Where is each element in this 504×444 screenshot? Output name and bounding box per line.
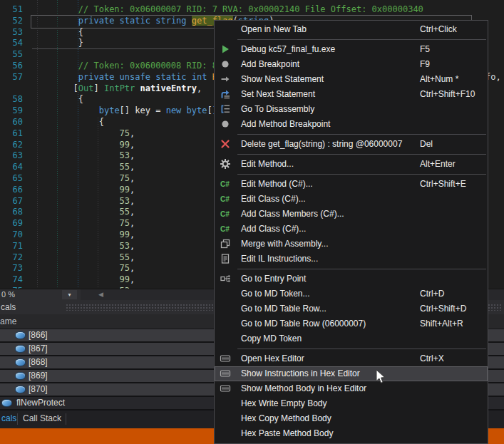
menu-item-copy-md-token[interactable]: Copy MD Token [215, 331, 488, 346]
menu-item-edit-il-instructions[interactable]: Edit IL Instructions... [215, 252, 488, 267]
scroll-left-arrow-icon[interactable]: ◀ [98, 291, 103, 298]
tab-divider [66, 413, 66, 425]
code-text: 53, [37, 286, 135, 289]
menu-separator [237, 349, 486, 349]
menu-item-open-in-new-tab[interactable]: Open in New TabCtrl+Click [215, 22, 488, 37]
code-text: } [37, 38, 83, 49]
line-number: 51 [0, 4, 23, 16]
menu-item-shortcut: Ctrl+Click [420, 22, 457, 37]
menu-item-shortcut: Ctrl+Shift+D [420, 301, 466, 316]
menu-item-edit-method[interactable]: Edit Method...Alt+Enter [215, 157, 488, 172]
menu-separator [237, 154, 486, 155]
blank-icon [220, 24, 231, 35]
line-number: 53 [0, 27, 23, 38]
menu-item-label: Add Method Breakpoint [241, 117, 330, 132]
menu-item-shortcut: F5 [420, 42, 430, 57]
code-text: { [37, 117, 104, 128]
menu-item-label: Edit IL Instructions... [241, 252, 318, 267]
code-text: { [37, 27, 83, 38]
zoom-level-value: 0 % [1, 290, 15, 299]
code-text: 75, [37, 218, 135, 229]
menu-item-label: Edit Method... [241, 157, 294, 172]
menu-item-label: Go To Disassembly [241, 102, 314, 117]
variable-name: [870] [29, 383, 48, 396]
menu-item-show-method-body-in-hex-editor[interactable]: Show Method Body in Hex Editor [215, 381, 488, 396]
menu-item-shortcut: Ctrl+Shift+F10 [420, 87, 475, 102]
blank-icon [220, 288, 231, 299]
menu-item-shortcut: Alt+Enter [420, 157, 456, 172]
line-number: 61 [0, 128, 23, 140]
code-text: { [37, 94, 83, 105]
blank-icon [220, 428, 231, 439]
tab-call-stack[interactable]: Call Stack [23, 413, 61, 423]
menu-item-shortcut: Alt+Num * [420, 72, 458, 87]
code-text: byte[] key = new byte[] [37, 105, 217, 117]
menu-item-edit-method-c[interactable]: C#Edit Method (C#)...Ctrl+Shift+E [215, 177, 488, 192]
menu-item-label: Add Class (C#)... [241, 222, 306, 237]
code-text: 53, [37, 196, 135, 207]
menu-item-go-to-md-table-row-06000007[interactable]: Go to MD Table Row (06000007)Shift+Alt+R [215, 316, 488, 331]
svg-text:C#: C# [220, 195, 230, 203]
code-text: // Token: 0x06000007 RID: 7 RVA: 0x00002… [37, 4, 423, 16]
variable-icon [16, 373, 25, 379]
line-number: 57 [0, 72, 23, 83]
variable-icon [16, 332, 25, 339]
tab-locals[interactable]: cals [1, 413, 16, 423]
line-number: 64 [0, 162, 23, 173]
menu-item-shortcut: Ctrl+D [420, 286, 444, 301]
menu-item-show-instructions-in-hex-editor[interactable]: Show Instructions in Hex Editor [215, 366, 488, 381]
code-text: 99, [37, 229, 135, 241]
variable-name: [868] [29, 356, 48, 368]
code-text: // Token: 0x06000008 RID: 8 [37, 61, 217, 72]
menu-item-edit-class-c[interactable]: C#Edit Class (C#)... [215, 192, 488, 207]
variable-name: [869] [29, 370, 48, 382]
menu-item-debug-kc57-final-fu-exe[interactable]: Debug kc57_final_fu.exeF5 [215, 42, 488, 57]
arrow-right-icon [220, 73, 231, 85]
menu-item-add-method-breakpoint[interactable]: Add Method Breakpoint [215, 117, 488, 132]
menu-item-merge-with-assembly[interactable]: Merge with Assembly... [215, 237, 488, 252]
menu-item-add-class-members-c[interactable]: C#Add Class Members (C#)... [215, 207, 488, 222]
line-number: 55 [0, 49, 23, 61]
menu-item-add-breakpoint[interactable]: Add BreakpointF9 [215, 57, 488, 72]
menu-item-go-to-disassembly[interactable]: Go To Disassembly [215, 102, 488, 117]
menu-item-label: Hex Write Empty Body [241, 396, 326, 411]
menu-item-shortcut: Shift+Alt+R [420, 316, 463, 331]
menu-item-open-hex-editor[interactable]: Open Hex EditorCtrl+X [215, 351, 488, 366]
menu-item-delete-get-flag-string-string-06000007[interactable]: Delete get_flag(string) : string @060000… [215, 137, 488, 152]
csharp-icon: C# [220, 223, 231, 234]
menu-separator [237, 269, 486, 269]
menu-item-go-to-md-table-row[interactable]: Go to MD Table Row...Ctrl+Shift+D [215, 301, 488, 316]
breakpoint-circle-icon [220, 58, 231, 70]
menu-item-hex-write-empty-body[interactable]: Hex Write Empty Body [215, 396, 488, 411]
menu-item-hex-copy-method-body[interactable]: Hex Copy Method Body [215, 411, 488, 426]
menu-item-label: Show Next Statement [241, 72, 324, 87]
menu-item-label: Show Method Body in Hex Editor [241, 381, 366, 396]
line-number: 63 [0, 150, 23, 162]
blank-icon [220, 398, 231, 409]
code-text: 75, [37, 263, 135, 274]
menu-item-go-to-entry-point[interactable]: Go to Entry Point [215, 272, 488, 286]
menu-item-label: Debug kc57_final_fu.exe [241, 42, 335, 57]
zoom-dropdown-button[interactable]: ▾ [62, 290, 77, 299]
dnspy-window: 51 // Token: 0x06000007 RID: 7 RVA: 0x00… [0, 0, 504, 444]
menu-item-label: Delete get_flag(string) : string @060000… [241, 137, 402, 152]
hex-editor-icon [220, 353, 231, 364]
menu-item-shortcut: Ctrl+X [420, 351, 444, 366]
menu-item-shortcut: Ctrl+Shift+E [420, 177, 466, 192]
variable-name: flNewProtect [16, 397, 65, 409]
svg-text:C#: C# [220, 180, 230, 188]
menu-item-show-next-statement[interactable]: Show Next StatementAlt+Num * [215, 72, 488, 87]
locals-panel-title: cals [1, 302, 16, 312]
code-line-51[interactable]: 51 // Token: 0x06000007 RID: 7 RVA: 0x00… [0, 4, 504, 16]
menu-item-label: Merge with Assembly... [241, 237, 328, 252]
disassembly-icon [220, 103, 231, 115]
menu-item-go-to-md-token[interactable]: Go to MD Token...Ctrl+D [215, 286, 488, 301]
line-number: 73 [0, 263, 23, 274]
menu-item-add-class-c[interactable]: C#Add Class (C#)... [215, 222, 488, 237]
line-number: 60 [0, 117, 23, 128]
gear-icon [220, 158, 231, 170]
line-number: 65 [0, 173, 23, 185]
menu-item-hex-paste-method-body[interactable]: Hex Paste Method Body [215, 426, 488, 441]
menu-item-set-next-statement[interactable]: Set Next StatementCtrl+Shift+F10 [215, 87, 488, 102]
menu-item-label: Hex Paste Method Body [241, 426, 333, 441]
